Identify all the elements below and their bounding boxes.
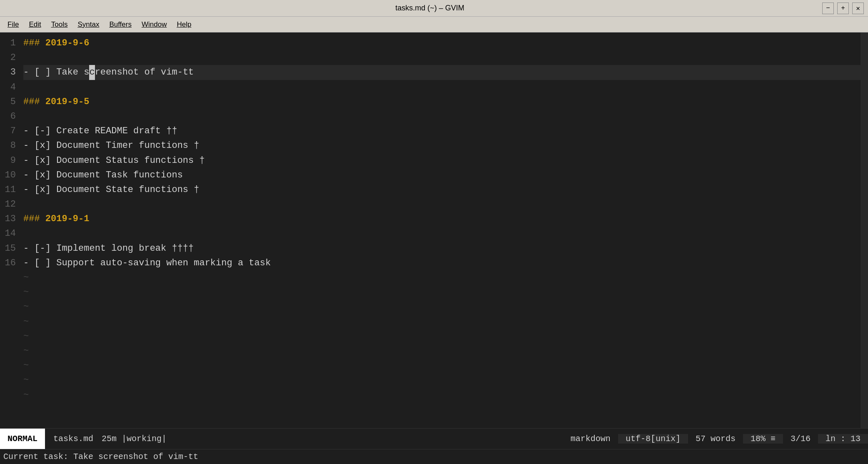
tilde-8: ~ xyxy=(23,373,861,387)
status-filetype: markdown xyxy=(563,434,618,444)
tilde-7: ~ xyxy=(23,358,861,373)
line-15-text: - [-] Implement long break †††† xyxy=(23,241,194,256)
menu-item-file[interactable]: File xyxy=(3,19,23,30)
status-ln: ln : 13 xyxy=(818,434,868,444)
line-num-2: 2 xyxy=(3,50,16,65)
statusbar: NORMAL tasks.md 25m |working| markdown u… xyxy=(0,428,868,449)
tilde-6: ~ xyxy=(23,344,861,358)
line-16: - [ ] Support auto-saving when marking a… xyxy=(23,256,861,270)
line-3-rest: reenshot of vim-tt xyxy=(95,65,194,80)
editor: 1 2 3 4 5 6 7 8 9 10 11 12 13 14 15 16 #… xyxy=(0,32,868,428)
tilde-4: ~ xyxy=(23,314,861,329)
line-15: - [-] Implement long break †††† xyxy=(23,241,861,256)
line-num-10: 10 xyxy=(3,168,16,182)
line-8-text: - [x] Document Timer functions † xyxy=(23,138,199,153)
line-13: ### 2019-9-1 xyxy=(23,212,861,226)
line-num-5: 5 xyxy=(3,95,16,109)
line-num-16: 16 xyxy=(3,256,16,270)
line-9-text: - [x] Document Status functions † xyxy=(23,153,205,168)
line-num-1: 1 xyxy=(3,36,16,50)
menu-item-window[interactable]: Window xyxy=(137,19,171,30)
line-5: ### 2019-9-5 xyxy=(23,95,861,109)
line-14 xyxy=(23,226,861,241)
line-2 xyxy=(23,50,861,65)
line-6 xyxy=(23,109,861,124)
mode-indicator: NORMAL xyxy=(0,429,45,449)
line-num-11: 11 xyxy=(3,182,16,197)
line-11-text: - [x] Document State functions † xyxy=(23,182,199,197)
line-num-13: 13 xyxy=(3,212,16,226)
menu-item-buffers[interactable]: Buffers xyxy=(105,19,136,30)
window-title: tasks.md (~) – GVIM xyxy=(37,4,822,12)
minimize-button[interactable]: − xyxy=(822,2,834,14)
line-7-text: - [-] Create README draft †† xyxy=(23,124,177,138)
line-num-3: 3 xyxy=(3,65,16,80)
status-right: markdown utf-8[unix] 57 words 18% ≡ 3/16… xyxy=(563,434,868,444)
maximize-button[interactable]: + xyxy=(837,2,849,14)
line-num-4: 4 xyxy=(3,80,16,95)
tilde-5: ~ xyxy=(23,329,861,344)
line-13-hash: ### xyxy=(23,212,45,226)
line-5-date: 2019-9-5 xyxy=(45,95,90,109)
status-position: 3/16 xyxy=(783,434,818,444)
current-task-text: Current task: Take screenshot of vim-tt xyxy=(3,452,198,462)
line-13-date: 2019-9-1 xyxy=(45,212,90,226)
line-10-text: - [x] Document Task functions xyxy=(23,168,183,182)
line-num-7: 7 xyxy=(3,124,16,138)
status-percent-value: 18% xyxy=(751,434,766,444)
menu-item-tools[interactable]: Tools xyxy=(47,19,72,30)
menubar: FileEditToolsSyntaxBuffersWindowHelp xyxy=(0,17,868,32)
titlebar: tasks.md (~) – GVIM − + ✕ xyxy=(0,0,868,17)
tilde-2: ~ xyxy=(23,285,861,299)
menu-item-edit[interactable]: Edit xyxy=(25,19,45,30)
close-button[interactable]: ✕ xyxy=(852,2,864,14)
progress-icon: ≡ xyxy=(771,434,776,444)
titlebar-controls: − + ✕ xyxy=(822,2,864,14)
status-info: 25m |working| xyxy=(102,434,167,444)
status-percent: 18% ≡ xyxy=(743,434,783,444)
status-wordcount: 57 words xyxy=(688,434,743,444)
line-3: - [ ] Take screenshot of vim-tt xyxy=(23,65,861,80)
tilde-9: ~ xyxy=(23,388,861,402)
line-8: - [x] Document Timer functions † xyxy=(23,138,861,153)
line-num-8: 8 xyxy=(3,138,16,153)
line-7: - [-] Create README draft †† xyxy=(23,124,861,138)
line-num-14: 14 xyxy=(3,226,16,241)
current-task-bar: Current task: Take screenshot of vim-tt xyxy=(0,449,868,464)
line-1: ### 2019-9-6 xyxy=(23,36,861,50)
line-10: - [x] Document Task functions xyxy=(23,168,861,182)
line-1-hash: ### xyxy=(23,36,45,50)
line-9: - [x] Document Status functions † xyxy=(23,153,861,168)
line-4 xyxy=(23,80,861,95)
menu-item-syntax[interactable]: Syntax xyxy=(73,19,103,30)
menu-item-help[interactable]: Help xyxy=(172,19,195,30)
line-16-text: - [ ] Support auto-saving when marking a… xyxy=(23,256,271,270)
line-5-hash: ### xyxy=(23,95,45,109)
status-encoding: utf-8[unix] xyxy=(618,434,688,444)
line-3-bullet: - [ ] Take s xyxy=(23,65,89,80)
status-filename: tasks.md xyxy=(53,434,93,444)
line-num-6: 6 xyxy=(3,109,16,124)
tilde-1: ~ xyxy=(23,270,861,285)
line-1-date: 2019-9-6 xyxy=(45,36,90,50)
cursor: c xyxy=(89,65,95,80)
line-12 xyxy=(23,197,861,212)
tilde-3: ~ xyxy=(23,299,861,314)
line-num-12: 12 xyxy=(3,197,16,212)
scrollbar[interactable] xyxy=(861,32,868,428)
line-num-9: 9 xyxy=(3,153,16,168)
line-num-15: 15 xyxy=(3,241,16,256)
code-area[interactable]: ### 2019-9-6 - [ ] Take screenshot of vi… xyxy=(22,32,861,428)
line-numbers: 1 2 3 4 5 6 7 8 9 10 11 12 13 14 15 16 xyxy=(0,32,22,428)
line-11: - [x] Document State functions † xyxy=(23,182,861,197)
